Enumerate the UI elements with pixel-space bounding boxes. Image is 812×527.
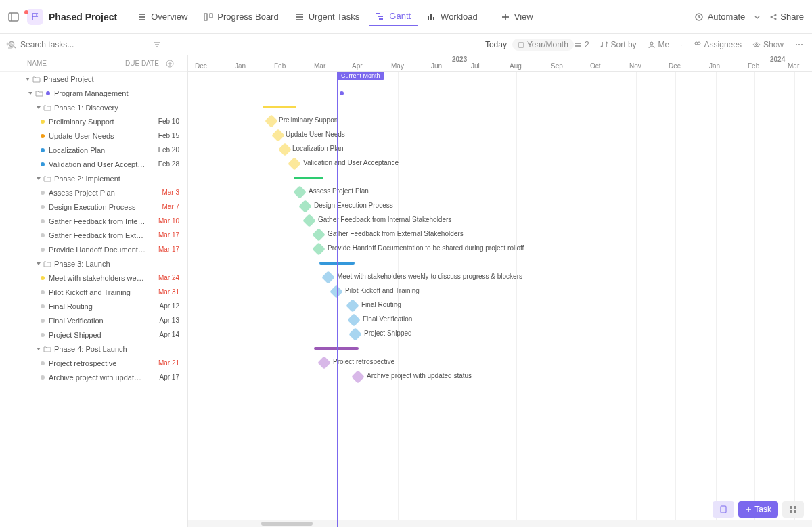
expand-button[interactable]: 2 [574,40,589,49]
toggle-icon[interactable] [35,175,42,182]
task-row[interactable]: Update User NeedsFeb 15 [0,129,187,143]
toggle-icon[interactable] [35,346,42,352]
status-dot [41,233,45,237]
plus-icon [501,12,510,22]
status-dot [41,205,45,209]
search-input[interactable] [20,40,122,49]
plus-circle-icon [166,60,174,68]
task-row[interactable]: Gather Feedback from Internal...Mar 10 [0,214,187,228]
project-icon[interactable] [27,9,43,25]
toggle-icon[interactable] [27,90,34,97]
toggle-icon[interactable] [35,104,42,111]
filter-icon[interactable] [153,41,161,49]
gantt-task-diamond[interactable] [347,313,361,327]
task-row[interactable]: Project ShippedApr 14 [0,327,187,342]
gantt-task-diamond[interactable] [348,327,362,341]
scrollbar-thumb[interactable] [261,522,313,526]
new-task-button[interactable]: Task [738,501,778,518]
task-row[interactable]: Phase 1: Discovery [0,100,187,114]
task-row[interactable]: Project retrospectiveMar 21 [0,356,187,370]
gantt-task-diamond[interactable] [351,370,365,384]
svg-rect-3 [210,14,212,18]
menu-toggle[interactable] [8,12,27,22]
task-row[interactable]: Final RoutingApr 12 [0,299,187,313]
gantt-phase-bar[interactable] [263,106,296,108]
gantt-row: Assess Project Plan [188,185,812,200]
workload-icon [427,12,436,22]
gantt-milestone[interactable] [340,91,344,95]
apps-button[interactable] [782,501,804,518]
tab-view[interactable]: View [494,7,540,26]
gantt-task-diamond[interactable] [278,143,292,156]
today-button[interactable]: Today [480,39,512,51]
task-name: Gather Feedback from External... [49,231,145,239]
gantt-phase-bar[interactable] [294,177,323,179]
toggle-icon[interactable] [35,260,42,267]
me-button[interactable]: Me [648,40,670,49]
sort-by-button[interactable]: Sort by [600,40,637,49]
chevron-down-icon[interactable] [753,13,761,21]
gantt-task-diamond[interactable] [293,185,307,199]
gantt-task-diamond[interactable] [346,299,359,313]
project-title[interactable]: Phased Project [49,12,117,22]
more-icon[interactable] [794,40,804,49]
horizontal-scrollbar[interactable] [188,520,812,527]
task-row[interactable]: Localization PlanFeb 20 [0,143,187,157]
users-icon [694,41,702,49]
task-row[interactable]: Assess Project PlanMar 3 [0,185,187,200]
undo-icon[interactable] [4,39,14,49]
gantt-task-diamond[interactable] [321,271,335,284]
gantt-task-diamond[interactable] [312,242,325,256]
task-row[interactable]: Phase 4: Post Launch [0,342,187,356]
due-date: Feb 15 [145,132,179,139]
gantt-task-diamond[interactable] [298,200,312,213]
add-column-button[interactable] [166,60,179,68]
task-row[interactable]: Phase 3: Launch [0,256,187,271]
gantt-task-diamond[interactable] [265,114,278,128]
status-dot [41,134,45,138]
task-row[interactable]: Phased Project [0,72,187,86]
task-row[interactable]: Design Execution ProcessMar 7 [0,200,187,214]
task-row[interactable]: Pilot Kickoff and TrainingMar 31 [0,285,187,299]
gantt-task-diamond[interactable] [312,228,325,242]
year-month-selector[interactable]: Year/Month [512,39,574,51]
task-row[interactable]: Validation and User AcceptanceFeb 28 [0,157,187,171]
gantt-task-diamond[interactable] [317,356,331,369]
task-row[interactable]: Archive project with updated s...Apr 17 [0,370,187,384]
gantt-panel[interactable]: 2023 2024 DecJanFebMarAprMayJunJulAugSep… [188,55,812,527]
notification-badge [24,10,28,14]
svg-rect-25 [721,506,726,513]
task-row[interactable]: Final VerificationApr 13 [0,313,187,327]
gantt-task-label: Localization Plan [292,145,344,152]
tab-overview[interactable]: Overview [131,7,194,26]
task-row[interactable]: Provide Handoff Documentation...Mar 17 [0,242,187,256]
gantt-task-label: Pilot Kickoff and Training [345,287,420,294]
gantt-phase-bar[interactable] [314,347,359,350]
task-row[interactable]: Gather Feedback from External...Mar 17 [0,228,187,242]
tab-urgent-tasks[interactable]: Urgent Tasks [288,7,367,26]
note-button[interactable] [713,501,734,518]
gantt-task-diamond[interactable] [302,214,316,227]
task-row[interactable]: Meet with stakeholders weekly...Mar 24 [0,271,187,285]
svg-rect-0 [9,13,18,21]
gantt-task-diamond[interactable] [271,129,285,142]
share-button[interactable]: Share [769,12,804,22]
due-date: Apr 14 [145,331,179,338]
tab-workload[interactable]: Workload [420,7,484,26]
gantt-task-diamond[interactable] [288,157,301,170]
task-row[interactable]: Program Management [0,86,187,100]
status-dot [41,276,45,280]
show-button[interactable]: Show [752,40,784,49]
task-row[interactable]: Preliminary SupportFeb 10 [0,114,187,129]
automate-button[interactable]: Automate [694,12,746,22]
assignees-button[interactable]: Assignees [694,40,742,49]
status-dot [41,375,45,380]
task-row[interactable]: Phase 2: Implement [0,171,187,185]
month-label: Feb [748,62,759,70]
tab-progress-board[interactable]: Progress Board [197,7,285,26]
toggle-icon[interactable] [24,76,31,83]
tab-gantt[interactable]: Gantt [369,7,418,26]
sort-icon [600,41,608,49]
gantt-task-diamond[interactable] [330,285,343,298]
gantt-row: Archive project with updated status [188,370,812,384]
